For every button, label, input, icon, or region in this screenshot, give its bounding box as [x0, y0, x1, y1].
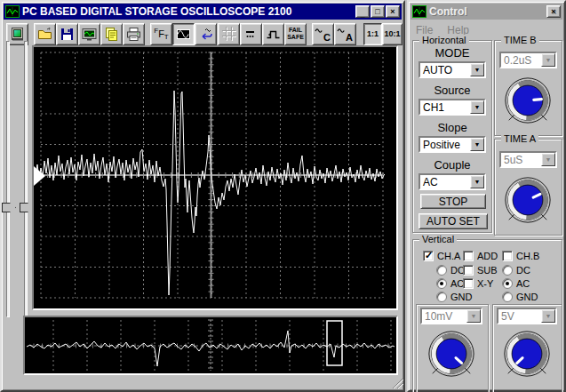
- vertical-group: Vertical CH.A ADD CH.B DC SUB DC AC X-Y …: [412, 239, 562, 392]
- control-window: Control × File Help Horizontal MODE AUTO…: [407, 0, 566, 392]
- cha-gnd-radio[interactable]: GND: [436, 292, 472, 302]
- cha-panel: 10mV ▼: [416, 304, 489, 392]
- save-floppy-icon: [60, 27, 75, 42]
- chevron-down-icon[interactable]: ▼: [470, 100, 484, 114]
- chb-knob[interactable]: [501, 328, 553, 380]
- control-title-bar[interactable]: Control ×: [411, 4, 562, 20]
- display-capture-button[interactable]: [78, 23, 100, 45]
- sine-display-icon: [176, 27, 191, 42]
- control-app-icon: [412, 5, 426, 18]
- cha-knob[interactable]: [426, 328, 477, 380]
- autoset-button[interactable]: AUTO SET: [419, 213, 488, 229]
- probe-1-1-button[interactable]: 1:1: [363, 23, 382, 45]
- add-checkbox[interactable]: ADD: [463, 251, 498, 261]
- chb-panel: 5V ▼: [492, 304, 562, 392]
- printer-icon: [126, 27, 141, 42]
- open-folder-icon: [37, 27, 52, 42]
- waveform-display-button[interactable]: [172, 23, 195, 45]
- cal-a-button[interactable]: A: [334, 23, 356, 45]
- vertical-group-label: Vertical: [419, 234, 457, 244]
- horizontal-group-label: Horizontal: [419, 35, 469, 45]
- dash-dot-icon: [243, 27, 259, 42]
- time-a-knob[interactable]: [502, 174, 554, 226]
- grid-icon: [221, 26, 237, 42]
- probe-10-1-icon: 10:1: [384, 30, 400, 38]
- time-b-group: TIME B 0.2uS ▼: [494, 40, 562, 136]
- chevron-down-icon: ▼: [541, 309, 555, 323]
- xy-checkbox[interactable]: X-Y: [463, 278, 493, 289]
- notes-button[interactable]: [100, 23, 123, 45]
- position-slider-thumb-a[interactable]: [2, 203, 16, 212]
- app-icon: [5, 5, 20, 18]
- exit-icon: [10, 27, 25, 42]
- time-a-select[interactable]: 5uS ▼: [499, 151, 557, 168]
- slope-label: Slope: [413, 121, 491, 134]
- horizontal-group: Horizontal MODE AUTO ▼ Source CH1 ▼ Slop…: [412, 40, 492, 233]
- failsafe-icon: FAILSAFE: [287, 27, 304, 41]
- chb-dc-radio[interactable]: DC: [502, 265, 530, 276]
- time-b-label: TIME B: [501, 35, 539, 45]
- control-window-title: Control: [429, 5, 544, 18]
- source-label: Source: [413, 84, 491, 97]
- pulse-trigger-button[interactable]: [262, 23, 284, 45]
- sine-c-icon: C: [315, 26, 331, 43]
- chevron-down-icon[interactable]: ▼: [470, 138, 484, 151]
- cal-c-button[interactable]: C: [312, 23, 334, 45]
- source-select[interactable]: CH1 ▼: [419, 99, 486, 116]
- chb-range-select[interactable]: 5V ▼: [497, 308, 557, 324]
- notes-icon: [104, 27, 119, 42]
- open-button[interactable]: [34, 23, 56, 45]
- time-b-select[interactable]: 0.2uS ▼: [499, 52, 557, 68]
- control-close-button[interactable]: ×: [546, 5, 561, 18]
- cha-range-select[interactable]: 10mV ▼: [420, 308, 482, 324]
- capture-screen-icon: [82, 27, 97, 42]
- arrow-wave-icon: [198, 27, 213, 42]
- position-slider-track-b[interactable]: [24, 41, 28, 317]
- chevron-down-icon[interactable]: ▼: [470, 63, 484, 76]
- position-slider-track-a[interactable]: [6, 41, 10, 317]
- overview-scope: [23, 316, 398, 375]
- pulse-icon: [266, 27, 281, 42]
- failsafe-button[interactable]: FAILSAFE: [284, 23, 307, 45]
- close-button[interactable]: ×: [386, 5, 400, 18]
- dotted-grid-button[interactable]: [240, 23, 262, 45]
- cha-checkbox[interactable]: CH.A: [423, 251, 460, 261]
- fft-icon: FFT: [154, 28, 169, 41]
- grid-toggle-button[interactable]: [218, 23, 240, 45]
- main-window: PC BASED DIGITAL STORAGE OSCILLOSCOPE 21…: [0, 0, 405, 392]
- probe-1-1-icon: 1:1: [367, 30, 379, 38]
- couple-select[interactable]: AC ▼: [419, 173, 486, 190]
- minimize-button[interactable]: _: [355, 5, 370, 18]
- time-a-label: TIME A: [501, 133, 538, 144]
- main-scope: [32, 45, 398, 310]
- maximize-button[interactable]: □: [371, 5, 385, 18]
- cha-dc-radio[interactable]: DC: [436, 265, 465, 276]
- chb-checkbox[interactable]: CH.B: [502, 251, 539, 261]
- mode-label: MODE: [413, 46, 491, 60]
- chevron-down-icon[interactable]: ▼: [470, 175, 484, 188]
- slope-select[interactable]: Positive ▼: [419, 136, 486, 153]
- fft-button[interactable]: FFT: [150, 23, 172, 45]
- save-button[interactable]: [56, 23, 78, 45]
- stop-button[interactable]: STOP: [420, 194, 486, 209]
- chb-ac-radio[interactable]: AC: [502, 278, 530, 289]
- main-title-bar[interactable]: PC BASED DIGITAL STORAGE OSCILLOSCOPE 21…: [4, 4, 402, 20]
- zoom-window-marker[interactable]: [327, 321, 342, 365]
- cha-ac-radio[interactable]: AC: [436, 278, 464, 289]
- chevron-down-icon: ▼: [466, 309, 481, 323]
- trigger-arrow-button[interactable]: [195, 23, 217, 45]
- time-b-knob[interactable]: [502, 75, 554, 126]
- sub-checkbox[interactable]: SUB: [463, 265, 498, 276]
- mode-select[interactable]: AUTO ▼: [419, 61, 486, 78]
- resize-grip[interactable]: [389, 375, 403, 389]
- couple-label: Couple: [413, 158, 491, 172]
- chevron-down-icon: ▼: [541, 153, 555, 166]
- chb-gnd-radio[interactable]: GND: [502, 292, 538, 302]
- print-button[interactable]: [123, 23, 145, 45]
- toolbar: FFT: [4, 21, 402, 46]
- time-a-group: TIME A 5uS ▼: [494, 139, 562, 236]
- probe-10-1-button[interactable]: 10:1: [382, 23, 403, 45]
- sine-a-icon: A: [337, 26, 354, 43]
- window-title: PC BASED DIGITAL STORAGE OSCILLOSCOPE 21…: [22, 5, 353, 18]
- chevron-down-icon: ▼: [541, 53, 555, 67]
